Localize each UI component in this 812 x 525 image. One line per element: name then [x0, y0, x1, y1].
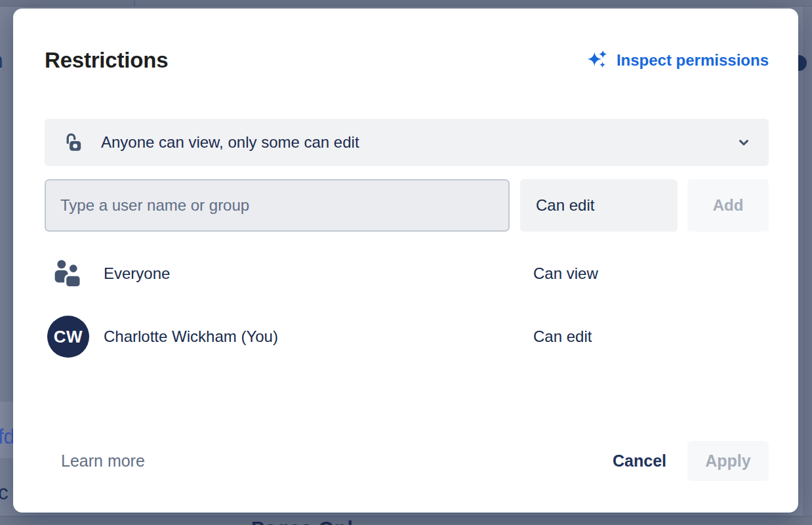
- backdrop-top-band: [0, 0, 812, 7]
- member-permission[interactable]: Can view: [533, 264, 598, 283]
- backdrop-top-divider: [134, 0, 135, 7]
- backdrop-right-edge: [803, 7, 812, 525]
- member-row-charlotte: CW Charlotte Wickham (You) Can edit: [45, 305, 769, 368]
- visibility-label: Anyone can view, only some can edit: [101, 133, 359, 152]
- member-permission[interactable]: Can edit: [533, 327, 592, 346]
- backdrop-bottom-band: [0, 516, 812, 525]
- inspect-permissions-link[interactable]: Inspect permissions: [586, 50, 769, 71]
- restrictions-dialog: Restrictions Inspect permissions: [13, 9, 798, 513]
- member-row-everyone: Everyone Can view: [45, 242, 769, 305]
- backdrop-text-fragment: c: [0, 481, 9, 505]
- backdrop-text-fragment: Pages Onl: [251, 516, 354, 525]
- avatar: CW: [47, 316, 89, 358]
- people-icon: [47, 253, 89, 295]
- backdrop-text-fragment: n: [0, 47, 3, 73]
- learn-more-link[interactable]: Learn more: [61, 452, 145, 471]
- screen: n fd c Pages Onl Restrictions Inspect pe…: [0, 0, 812, 525]
- dialog-footer: Learn more Cancel Apply: [45, 441, 769, 481]
- sparkles-icon: [586, 50, 609, 71]
- cancel-button[interactable]: Cancel: [613, 452, 666, 471]
- members-list: Everyone Can view CW Charlotte Wickham (…: [45, 242, 769, 368]
- member-name: Charlotte Wickham (You): [104, 327, 278, 346]
- dialog-header: Restrictions Inspect permissions: [45, 48, 769, 73]
- member-name: Everyone: [104, 264, 170, 283]
- unlock-icon: [60, 130, 85, 155]
- inspect-permissions-label: Inspect permissions: [617, 51, 769, 70]
- visibility-select[interactable]: Anyone can view, only some can edit: [45, 119, 769, 166]
- add-member-row: Can edit Add: [45, 179, 769, 232]
- user-search-input[interactable]: [45, 179, 510, 232]
- dialog-title: Restrictions: [45, 48, 168, 73]
- add-button[interactable]: Add: [687, 179, 769, 232]
- chevron-down-icon: [736, 135, 752, 150]
- apply-button[interactable]: Apply: [687, 441, 769, 481]
- permission-select-button[interactable]: Can edit: [520, 179, 678, 232]
